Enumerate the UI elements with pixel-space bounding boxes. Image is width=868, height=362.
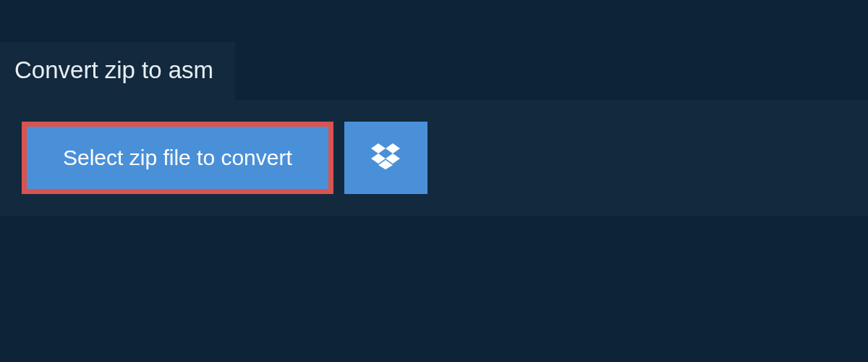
dropbox-button[interactable]: [344, 122, 427, 194]
select-file-button[interactable]: Select zip file to convert: [22, 122, 333, 194]
dropbox-icon: [371, 143, 400, 172]
button-panel: Select zip file to convert: [0, 100, 868, 216]
select-file-label: Select zip file to convert: [63, 146, 292, 170]
tab-header: Convert zip to asm: [0, 42, 235, 100]
page-title: Convert zip to asm: [14, 56, 213, 84]
